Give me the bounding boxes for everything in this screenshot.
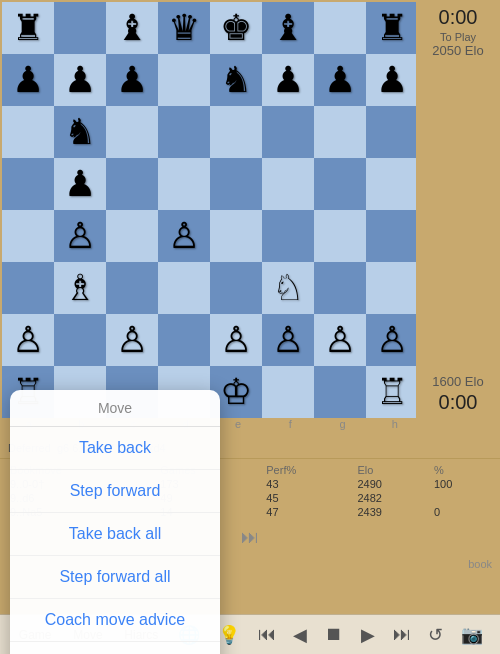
board-cell[interactable] [158,54,210,106]
board-cell[interactable]: ♙ [366,314,418,366]
file-label: f [265,418,315,438]
board-grid: ♜♝♛♚♝♜♟♟♟♞♟♟♟♞♟♙♙♗♘♙♙♙♙♙♙♖♔♖ [2,2,418,418]
board-cell[interactable]: ♟ [2,54,54,106]
board-cell[interactable]: ♘ [262,262,314,314]
file-label: g [318,418,368,438]
board-cell[interactable] [366,106,418,158]
board-cell[interactable] [2,210,54,262]
book-table-cell: 100 [432,477,492,491]
elo-top: 2050 Elo [432,43,483,58]
board-cell[interactable] [262,158,314,210]
board-cell[interactable]: ♛ [158,2,210,54]
skip-forward-all-icon[interactable]: ⏭ [389,622,415,647]
menu-item-step-forward-all[interactable]: Step forward all [10,556,220,599]
board-cell[interactable] [158,262,210,314]
board-cell[interactable]: ♜ [2,2,54,54]
board-cell[interactable] [106,262,158,314]
board-cell[interactable] [314,158,366,210]
board-cell[interactable]: ♙ [158,210,210,262]
book-table-cell: 47 [264,505,355,519]
board-cell[interactable] [106,106,158,158]
book-table-cell: 2482 [355,491,431,505]
board-cell[interactable] [2,262,54,314]
board-cell[interactable] [314,210,366,262]
board-cell[interactable] [210,158,262,210]
book-table-col-header: Perf% [264,463,355,477]
file-label: e [213,418,263,438]
step-forward-icon[interactable]: ▶ [357,622,379,648]
book-table-cell [432,491,492,505]
board-cell[interactable] [366,158,418,210]
menu-item-book-move-stats[interactable]: Book move stats [10,642,220,654]
context-menu[interactable]: Move Take backStep forwardTake back allS… [10,390,220,654]
board-cell[interactable] [210,106,262,158]
board-cell[interactable] [106,210,158,262]
board-cell[interactable]: ♟ [262,54,314,106]
book-table-col-header: Elo [355,463,431,477]
board-cell[interactable]: ♜ [366,2,418,54]
board-cell[interactable]: ♟ [54,54,106,106]
chess-board[interactable]: ♜♝♛♚♝♜♟♟♟♞♟♟♟♞♟♙♙♗♘♙♙♙♙♙♙♖♔♖ [0,0,420,420]
board-cell[interactable]: ♙ [2,314,54,366]
camera-icon[interactable]: 📷 [457,622,487,648]
stop-icon[interactable]: ⏹ [321,622,347,647]
board-cell[interactable]: ♝ [262,2,314,54]
board-cell[interactable] [106,158,158,210]
board-cell[interactable]: ♙ [262,314,314,366]
board-cell[interactable]: ♖ [366,366,418,418]
board-cell[interactable] [314,262,366,314]
board-cell[interactable] [158,158,210,210]
skip-back-all-icon[interactable]: ⏮ [254,622,280,647]
book-table-cell: 2490 [355,477,431,491]
board-cell[interactable] [2,158,54,210]
board-cell[interactable]: ♙ [210,314,262,366]
board-cell[interactable] [262,106,314,158]
board-cell[interactable] [210,210,262,262]
to-play-label: To Play [440,31,476,43]
board-cell[interactable] [158,314,210,366]
step-back-icon[interactable]: ◀ [289,622,311,648]
board-cell[interactable]: ♚ [210,2,262,54]
elo-bottom: 1600 Elo [432,374,483,389]
board-cell[interactable] [54,314,106,366]
timer-top: 0:00 [439,6,478,29]
refresh-icon[interactable]: ↺ [424,622,447,648]
board-cell[interactable]: ♙ [106,314,158,366]
board-cell[interactable]: ♟ [366,54,418,106]
board-cell[interactable]: ♙ [314,314,366,366]
menu-item-take-back-all[interactable]: Take back all [10,513,220,556]
menu-item-coach-move-advice[interactable]: Coach move advice [10,599,220,642]
menu-item-step-forward[interactable]: Step forward [10,470,220,513]
next-page-icon[interactable]: ⏭ [237,527,263,548]
board-cell[interactable] [366,210,418,262]
book-label: book [468,558,492,570]
book-table-cell: 2439 [355,505,431,519]
board-cell[interactable] [54,2,106,54]
menu-items[interactable]: Take backStep forwardTake back allStep f… [10,427,220,654]
book-table-cell: 45 [264,491,355,505]
right-panel: 0:00 To Play 2050 Elo 1600 Elo 0:00 [416,0,500,420]
book-table-cell: 0 [432,505,492,519]
board-cell[interactable] [210,262,262,314]
book-table-cell: 43 [264,477,355,491]
board-cell[interactable] [314,2,366,54]
board-cell[interactable] [366,262,418,314]
board-cell[interactable]: ♗ [54,262,106,314]
board-cell[interactable]: ♞ [54,106,106,158]
book-table-col-header: % [432,463,492,477]
board-cell[interactable] [2,106,54,158]
board-cell[interactable] [262,366,314,418]
board-cell[interactable] [314,106,366,158]
menu-header: Move [10,390,220,427]
board-cell[interactable]: ♙ [54,210,106,262]
board-cell[interactable] [262,210,314,262]
board-cell[interactable] [158,106,210,158]
board-cell[interactable] [314,366,366,418]
file-label: h [370,418,420,438]
board-cell[interactable]: ♟ [54,158,106,210]
board-cell[interactable]: ♝ [106,2,158,54]
board-cell[interactable]: ♟ [106,54,158,106]
board-cell[interactable]: ♞ [210,54,262,106]
board-cell[interactable]: ♟ [314,54,366,106]
menu-item-take-back[interactable]: Take back [10,427,220,470]
